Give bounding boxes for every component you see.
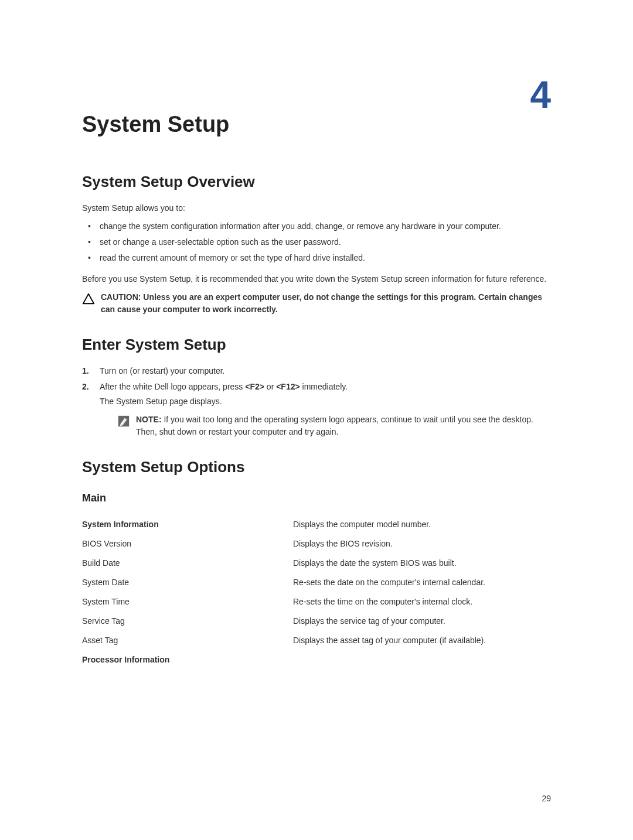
options-table: System Information Displays the computer… [82, 515, 551, 670]
option-label: Processor Information [82, 650, 293, 670]
option-desc: Re-sets the time on the computer's inter… [293, 592, 551, 612]
note-callout: NOTE: If you wait too long and the opera… [117, 414, 551, 438]
option-desc: Displays the BIOS revision. [293, 534, 551, 554]
table-row: Build Date Displays the date the system … [82, 554, 551, 573]
table-row: Service Tag Displays the service tag of … [82, 612, 551, 631]
bullet-item: set or change a user-selectable option s… [82, 236, 551, 248]
bullet-item: change the system configuration informat… [82, 220, 551, 233]
option-desc: Displays the date the system BIOS was bu… [293, 554, 551, 573]
table-row: System Information Displays the computer… [82, 515, 551, 534]
option-desc: Displays the computer model number. [293, 515, 551, 534]
step-text: or [264, 382, 276, 391]
step-text: After the white Dell logo appears, press [100, 382, 245, 391]
option-label: Asset Tag [82, 631, 293, 650]
option-desc: Displays the service tag of your compute… [293, 612, 551, 631]
overview-bullets: change the system configuration informat… [82, 220, 551, 264]
page-title: System Setup [82, 108, 551, 141]
option-desc: Displays the asset tag of your computer … [293, 631, 551, 650]
caution-icon [82, 292, 95, 305]
keyboard-key: <F12> [276, 382, 300, 391]
step-text: immediately. [300, 382, 348, 391]
option-desc: Re-sets the date on the computer's inter… [293, 573, 551, 592]
note-icon [117, 415, 130, 428]
enter-heading: Enter System Setup [82, 333, 551, 356]
option-desc [293, 650, 551, 670]
page-number: 29 [542, 793, 551, 805]
table-row: Asset Tag Displays the asset tag of your… [82, 631, 551, 650]
option-label: System Date [82, 573, 293, 592]
option-label: Service Tag [82, 612, 293, 631]
option-label: Build Date [82, 554, 293, 573]
option-label: System Information [82, 515, 293, 534]
option-label: System Time [82, 592, 293, 612]
table-row: System Time Re-sets the time on the comp… [82, 592, 551, 612]
option-label: BIOS Version [82, 534, 293, 554]
caution-text: CAUTION: Unless you are an expert comput… [101, 291, 551, 316]
caution-callout: CAUTION: Unless you are an expert comput… [82, 291, 551, 316]
overview-paragraph: Before you use System Setup, it is recom… [82, 273, 551, 285]
step-item: Turn on (or restart) your computer. [82, 365, 551, 377]
table-row: System Date Re-sets the date on the comp… [82, 573, 551, 592]
options-subheading: Main [82, 490, 551, 506]
overview-heading: System Setup Overview [82, 170, 551, 193]
table-row: BIOS Version Displays the BIOS revision. [82, 534, 551, 554]
step-item: After the white Dell logo appears, press… [82, 381, 551, 438]
bullet-item: read the current amount of memory or set… [82, 252, 551, 264]
enter-steps: Turn on (or restart) your computer. Afte… [82, 365, 551, 438]
overview-intro: System Setup allows you to: [82, 202, 551, 214]
step-body: The System Setup page displays. [100, 395, 551, 408]
options-heading: System Setup Options [82, 456, 551, 479]
table-row: Processor Information [82, 650, 551, 670]
note-text: NOTE: If you wait too long and the opera… [136, 414, 551, 438]
keyboard-key: <F2> [245, 382, 264, 391]
